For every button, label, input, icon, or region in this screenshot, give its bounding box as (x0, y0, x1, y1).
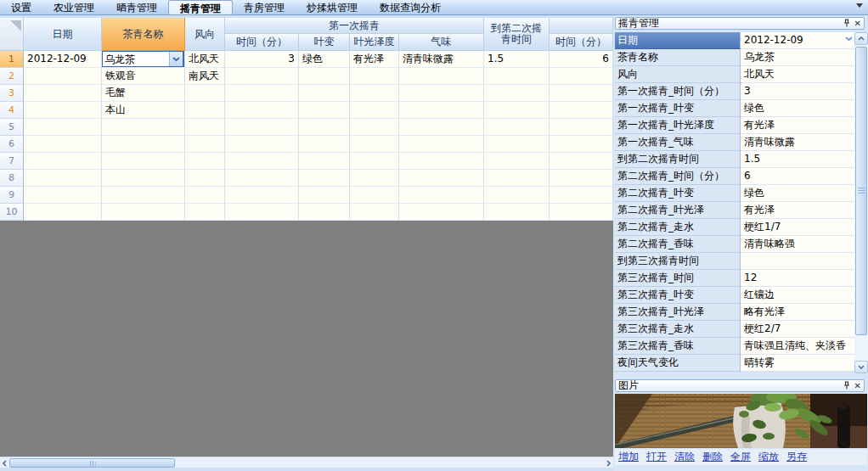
prop-row[interactable]: 第一次摇青_气味清青味微露 (615, 134, 854, 151)
grid-cell-time2[interactable] (550, 119, 613, 136)
prop-row[interactable]: 第三次摇青_走水梗红2/7 (615, 321, 854, 338)
close-icon[interactable]: ✕ (854, 382, 861, 390)
prop-row[interactable]: 第二次摇青_走水梗红1/7 (615, 219, 854, 236)
grid-cell-time2[interactable] (550, 204, 613, 221)
prop-row[interactable]: 第二次摇青_叶变绿色 (615, 185, 854, 202)
prop-row[interactable]: 到第三次摇青时间 (615, 253, 854, 270)
menu-item-tab[interactable]: 晒青管理 (105, 0, 168, 14)
grid-cell-smell[interactable] (399, 68, 484, 85)
prop-value[interactable]: 青味强且清纯、夹淡香 (741, 338, 854, 355)
grid-cell-time1[interactable]: 3 (225, 51, 299, 68)
prop-row[interactable]: 第三次摇青_时间12 (615, 270, 854, 287)
prop-value[interactable]: 北风天 (741, 66, 854, 83)
prop-row[interactable]: 第一次摇青_叶变绿色 (615, 100, 854, 117)
column-header-date[interactable]: 日期 (24, 18, 102, 51)
grid-cell-leaf[interactable] (299, 204, 350, 221)
grid-cell-to_second[interactable] (484, 102, 550, 119)
grid-cell-to_second[interactable] (484, 136, 550, 153)
prop-value[interactable]: 绿色 (741, 100, 854, 117)
grid-cell-smell[interactable]: 清青味微露 (399, 51, 484, 68)
grid-cell-time2[interactable] (550, 68, 613, 85)
grid-cell-smell[interactable] (399, 204, 484, 221)
prop-row[interactable]: 第三次摇青_香味青味强且清纯、夹淡香 (615, 338, 854, 355)
grid-cell-leaf[interactable] (299, 68, 350, 85)
grid-cell-smell[interactable] (399, 102, 484, 119)
scroll-down-icon[interactable] (854, 361, 868, 373)
prop-value[interactable]: 3 (741, 83, 854, 100)
prop-row[interactable]: 第二次摇青_叶光泽有光泽 (615, 202, 854, 219)
row-header[interactable]: 8 (0, 170, 24, 187)
prop-value[interactable]: 晴转雾 (741, 355, 854, 372)
grid-cell-time1[interactable] (225, 153, 299, 170)
grid-cell-date[interactable]: 2012-12-09 (24, 51, 102, 68)
picture-action-link[interactable]: 全屏 (730, 450, 751, 464)
grid-cell-leaf[interactable] (299, 170, 350, 187)
prop-row[interactable]: 第二次摇青_香味清青味略强 (615, 236, 854, 253)
grid-cell-time1[interactable] (225, 204, 299, 221)
prop-value[interactable]: 乌龙茶 (741, 49, 854, 66)
select-all-corner[interactable] (0, 18, 24, 51)
grid-cell-smell[interactable] (399, 170, 484, 187)
menu-item-tab[interactable]: 设置 (0, 0, 42, 14)
column-header-leaf-gloss[interactable]: 叶光泽度 (350, 34, 399, 51)
grid-cell-gloss[interactable] (350, 170, 399, 187)
row-header[interactable]: 6 (0, 136, 24, 153)
prop-row[interactable]: 茶青名称乌龙茶 (615, 49, 854, 66)
row-header[interactable]: 9 (0, 187, 24, 204)
grid-cell-wind[interactable] (185, 136, 225, 153)
row-header[interactable]: 1 (0, 51, 24, 68)
picture-image[interactable] (615, 394, 867, 448)
menu-item-tab[interactable]: 炒揉烘管理 (296, 0, 369, 14)
grid-cell-tea[interactable]: 本山 (102, 102, 185, 119)
grid-cell-wind[interactable] (185, 102, 225, 119)
pin-icon[interactable] (843, 381, 851, 390)
grid-cell-date[interactable] (24, 102, 102, 119)
grid-cell-time1[interactable] (225, 187, 299, 204)
grid-cell-time2[interactable] (550, 153, 613, 170)
grid-cell-date[interactable] (24, 153, 102, 170)
prop-row[interactable]: 第一次摇青_叶光泽度有光泽 (615, 117, 854, 134)
grid-cell-time1[interactable] (225, 136, 299, 153)
prop-value[interactable]: 清青味略强 (741, 236, 854, 253)
pin-icon[interactable] (843, 19, 851, 28)
grid-cell-time2[interactable] (550, 170, 613, 187)
grid-cell-time2[interactable]: 6 (550, 51, 613, 68)
grid-cell-gloss[interactable] (350, 68, 399, 85)
prop-value[interactable]: 1.5 (741, 151, 854, 168)
grid-cell-tea[interactable] (102, 170, 185, 187)
grid-cell-wind[interactable]: 北风天 (185, 51, 225, 68)
grid-cell-tea[interactable] (102, 187, 185, 204)
prop-value[interactable]: 清青味微露 (741, 134, 854, 151)
vertical-scrollbar[interactable] (854, 32, 868, 373)
grid-cell-gloss[interactable] (350, 187, 399, 204)
column-header-smell[interactable]: 气味 (399, 34, 484, 51)
grid-cell-tea[interactable] (102, 119, 185, 136)
grid-cell-date[interactable] (24, 119, 102, 136)
picture-action-link[interactable]: 增加 (618, 450, 639, 464)
grid-cell-tea[interactable]: 铁观音 (102, 68, 185, 85)
grid-cell-time1[interactable] (225, 170, 299, 187)
grid-cell-gloss[interactable]: 有光泽 (350, 51, 399, 68)
picture-action-link[interactable]: 打开 (646, 450, 667, 464)
prop-value[interactable]: 梗红2/7 (741, 321, 854, 338)
chevron-down-icon[interactable] (856, 3, 863, 8)
grid-cell-wind[interactable] (185, 119, 225, 136)
grid-cell-wind[interactable] (185, 170, 225, 187)
prop-row[interactable]: 夜间天气变化晴转雾 (615, 355, 854, 372)
column-header-time-min-2[interactable]: 时间（分） (550, 34, 613, 51)
grid-cell-time1[interactable] (225, 68, 299, 85)
grid-cell-date[interactable] (24, 85, 102, 102)
column-header-to-second-shaking[interactable]: 到第二次摇青时间 (484, 18, 550, 51)
prop-row[interactable]: 风向北风天 (615, 66, 854, 83)
prop-value[interactable]: 红镶边 (741, 287, 854, 304)
grid-cell-to_second[interactable] (484, 119, 550, 136)
grid-cell-gloss[interactable] (350, 204, 399, 221)
dropdown-button[interactable] (169, 52, 183, 66)
picture-action-link[interactable]: 另存 (786, 450, 807, 464)
grid-cell-wind[interactable] (185, 204, 225, 221)
vertical-scrollbar-thumb[interactable] (855, 47, 867, 335)
menu-item-selected[interactable]: 摇青管理 (168, 0, 233, 14)
grid-cell-smell[interactable] (399, 187, 484, 204)
horizontal-scrollbar[interactable] (0, 457, 613, 468)
grid-cell-time2[interactable] (550, 187, 613, 204)
